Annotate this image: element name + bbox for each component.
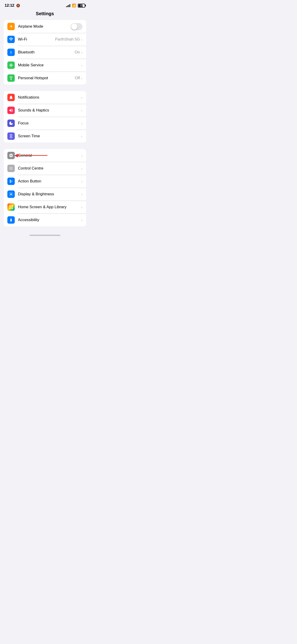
person-accessibility-icon <box>9 218 13 222</box>
action-button-chevron: › <box>81 180 82 183</box>
bell-icon <box>9 95 13 100</box>
gear-icon <box>9 153 13 158</box>
general-row[interactable]: General › <box>4 149 86 162</box>
control-centre-icon-wrap <box>7 165 15 172</box>
accessibility-icon-wrap <box>7 216 15 224</box>
display-chevron: › <box>81 192 82 196</box>
hourglass-icon <box>9 134 13 138</box>
bluetooth-label: Bluetooth <box>18 50 74 54</box>
battery-icon: 47 <box>78 4 85 8</box>
sounds-row[interactable]: Sounds & Haptics › <box>4 104 86 117</box>
general-chevron: › <box>81 154 82 158</box>
bluetooth-icon-wrap: ᛒ <box>7 48 15 56</box>
mobile-chevron: › <box>81 63 82 67</box>
hotspot-row[interactable]: Personal Hotspot Off › <box>4 72 86 84</box>
focus-label: Focus <box>18 121 81 126</box>
signal-icon <box>66 4 70 7</box>
hotspot-label: Personal Hotspot <box>18 76 75 80</box>
airplane-icon: ✈ <box>7 23 15 30</box>
sun-icon <box>9 192 13 196</box>
svg-text:ᛒ: ᛒ <box>10 51 12 54</box>
system-group: General › Control Centre › Action Button… <box>4 149 86 226</box>
hotspot-value: Off <box>75 76 80 80</box>
sounds-chevron: › <box>81 108 82 112</box>
screentime-label: Screen Time <box>18 134 81 138</box>
homescreen-row[interactable]: Home Screen & App Library › <box>4 200 86 214</box>
status-bar: 12:12 🔕 📶 47 <box>0 0 90 10</box>
svg-rect-8 <box>12 206 13 207</box>
control-centre-label: Control Centre <box>18 166 81 171</box>
wifi-icon-wrap <box>7 36 15 43</box>
svg-point-2 <box>10 65 12 66</box>
accessibility-row[interactable]: Accessibility › <box>4 214 86 226</box>
focus-chevron: › <box>81 122 82 125</box>
wifi-value: ParthShah 5G <box>55 37 80 42</box>
sounds-label: Sounds & Haptics <box>18 108 81 113</box>
accessibility-label: Accessibility <box>18 218 81 222</box>
action-button-icon-wrap <box>7 178 15 185</box>
bell-slash-icon: 🔕 <box>16 4 20 7</box>
bluetooth-row[interactable]: ᛒ Bluetooth On › <box>4 46 86 59</box>
grid-icon <box>9 205 13 209</box>
action-button-row[interactable]: Action Button › <box>4 175 86 188</box>
control-centre-row[interactable]: Control Centre › <box>4 162 86 175</box>
status-icons: 📶 47 <box>66 4 85 8</box>
wifi-icon: 📶 <box>72 4 76 8</box>
notifications-chevron: › <box>81 96 82 100</box>
display-row[interactable]: Display & Brightness › <box>4 188 86 200</box>
connectivity-group: ✈ Airplane Mode Wi-Fi ParthShah 5G › ᛒ B… <box>4 20 86 84</box>
homescreen-label: Home Screen & App Library <box>18 205 81 209</box>
wifi-row[interactable]: Wi-Fi ParthShah 5G › <box>4 33 86 46</box>
page-title: Settings <box>0 10 90 20</box>
wifi-icon <box>9 37 13 42</box>
airplane-toggle[interactable] <box>71 23 82 30</box>
battery-level: 47 <box>80 4 83 7</box>
svg-point-6 <box>10 194 12 195</box>
airplane-mode-row[interactable]: ✈ Airplane Mode <box>4 20 86 33</box>
svg-rect-10 <box>12 208 13 209</box>
speaker-icon <box>9 108 13 113</box>
mobile-icon-wrap <box>7 62 15 69</box>
notifications-label: Notifications <box>18 95 81 100</box>
notifications-row[interactable]: Notifications › <box>4 91 86 104</box>
hotspot-icon-wrap <box>7 74 15 82</box>
status-time-area: 12:12 🔕 <box>4 3 20 8</box>
general-icon-wrap <box>7 152 15 159</box>
display-label: Display & Brightness <box>18 192 81 196</box>
action-button-label: Action Button <box>18 179 81 184</box>
control-centre-chevron: › <box>81 166 82 170</box>
bluetooth-icon: ᛒ <box>9 50 13 54</box>
display-icon-wrap <box>7 190 15 198</box>
mobile-service-row[interactable]: Mobile Service › <box>4 59 86 72</box>
svg-point-11 <box>10 218 11 219</box>
svg-rect-9 <box>10 208 11 209</box>
notifications-group: Notifications › Sounds & Haptics › Focus… <box>4 91 86 142</box>
action-icon <box>9 179 13 184</box>
homescreen-chevron: › <box>81 205 82 209</box>
bluetooth-value: On <box>74 50 80 54</box>
screentime-row[interactable]: Screen Time › <box>4 130 86 142</box>
svg-rect-7 <box>10 206 11 207</box>
hotspot-chevron: › <box>81 76 82 80</box>
focus-row[interactable]: Focus › <box>4 117 86 130</box>
wifi-chevron: › <box>81 38 82 42</box>
airplane-label: Airplane Mode <box>18 24 71 29</box>
mobile-icon <box>9 63 13 68</box>
home-indicator <box>0 233 90 238</box>
focus-icon-wrap <box>7 120 15 127</box>
wifi-label: Wi-Fi <box>18 37 55 42</box>
general-label: General <box>18 153 81 158</box>
status-time: 12:12 <box>4 3 14 8</box>
sliders-icon <box>9 166 13 171</box>
homescreen-icon-wrap <box>7 204 15 211</box>
notifications-icon-wrap <box>7 94 15 101</box>
sounds-icon-wrap <box>7 107 15 114</box>
screentime-chevron: › <box>81 134 82 138</box>
hotspot-icon <box>9 76 13 80</box>
mobile-label: Mobile Service <box>18 63 81 68</box>
moon-icon <box>9 121 13 126</box>
screentime-icon-wrap <box>7 132 15 140</box>
svg-rect-5 <box>10 180 10 183</box>
bluetooth-chevron: › <box>81 50 82 54</box>
accessibility-chevron: › <box>81 218 82 222</box>
